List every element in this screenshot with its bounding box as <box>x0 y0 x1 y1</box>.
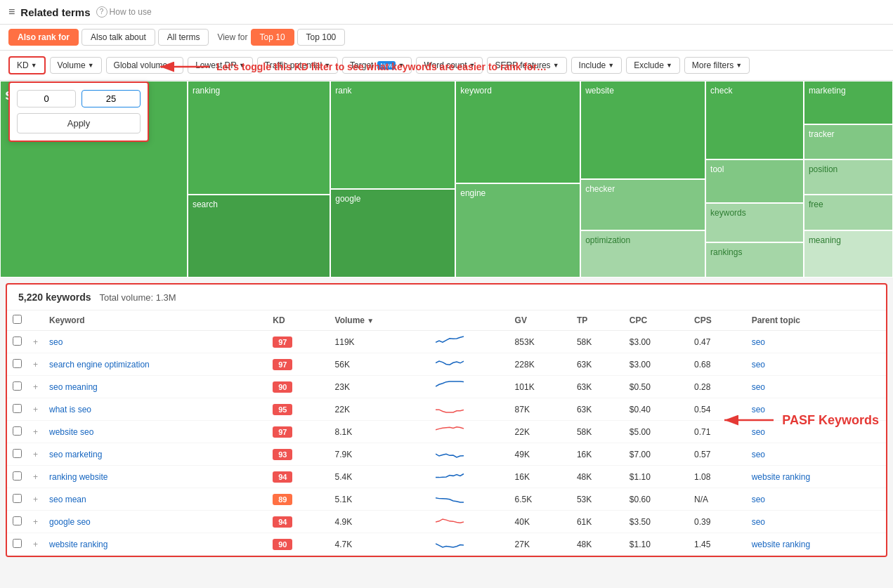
keyword-link[interactable]: seo meaning <box>49 382 98 392</box>
col-tp[interactable]: TP <box>571 311 624 331</box>
row-checkbox-cell[interactable] <box>7 443 27 466</box>
col-cpc[interactable]: CPC <box>624 311 689 331</box>
treemap-cell-position[interactable]: position <box>804 159 893 195</box>
keyword-link[interactable]: website seo <box>49 427 93 437</box>
parent-topic-link[interactable]: seo <box>752 382 765 392</box>
treemap-cell-free[interactable]: free <box>804 195 893 230</box>
row-checkbox-cell[interactable] <box>7 466 27 488</box>
filter-serp-features[interactable]: SERP features ▼ <box>487 57 566 74</box>
parent-topic-link[interactable]: seo <box>752 427 765 437</box>
filter-more[interactable]: More filters ▼ <box>684 57 750 74</box>
row-checkbox-cell[interactable] <box>7 376 27 398</box>
treemap-cell-keyword[interactable]: keyword <box>455 81 580 183</box>
col-volume[interactable]: Volume ▼ <box>330 311 431 331</box>
tab-also-rank-for[interactable]: Also rank for <box>8 29 79 46</box>
filter-global-volume[interactable]: Global volume ▼ <box>106 57 184 74</box>
row-checkbox-cell[interactable] <box>7 533 27 556</box>
row-plus-cell[interactable]: + <box>27 488 44 511</box>
tab-top100[interactable]: Top 100 <box>297 29 346 46</box>
row-plus-cell[interactable]: + <box>27 331 44 353</box>
treemap-cell-rank[interactable]: rank <box>330 81 455 189</box>
col-parent-topic[interactable]: Parent topic <box>746 311 886 331</box>
keyword-link[interactable]: seo mean <box>49 495 86 504</box>
treemap-cell-keywords[interactable]: keywords <box>705 203 804 242</box>
kd-min-input[interactable]: 0 <box>17 90 76 107</box>
row-checkbox[interactable] <box>13 516 22 525</box>
keyword-link[interactable]: seo <box>49 337 63 347</box>
treemap-cell-rankings[interactable]: rankings <box>705 242 804 277</box>
row-checkbox-cell[interactable] <box>7 331 27 353</box>
tab-top10[interactable]: Top 10 <box>251 29 294 46</box>
row-checkbox-cell[interactable] <box>7 488 27 511</box>
row-plus-cell[interactable]: + <box>27 511 44 533</box>
parent-topic-link[interactable]: website ranking <box>752 472 810 482</box>
col-cps[interactable]: CPS <box>689 311 746 331</box>
treemap-cell-checker[interactable]: checker <box>580 179 705 230</box>
parent-topic-link[interactable]: seo <box>752 360 765 370</box>
row-plus-cell[interactable]: + <box>27 533 44 556</box>
keyword-link[interactable]: google seo <box>49 517 91 527</box>
apply-button[interactable]: Apply <box>17 113 141 133</box>
row-plus-cell[interactable]: + <box>27 421 44 443</box>
tab-also-talk-about[interactable]: Also talk about <box>82 29 155 46</box>
treemap-cell-website[interactable]: website <box>580 81 705 179</box>
treemap-cell-tracker[interactable]: tracker <box>804 124 893 159</box>
how-to-use-link[interactable]: How to use <box>96 6 152 18</box>
parent-topic-link[interactable]: seo <box>752 517 765 527</box>
parent-topic-link[interactable]: seo <box>752 495 765 504</box>
col-keyword[interactable]: Keyword <box>44 311 267 331</box>
row-checkbox-cell[interactable] <box>7 353 27 376</box>
row-plus-cell[interactable]: + <box>27 398 44 421</box>
filter-traffic-potential[interactable]: Traffic potential ▼ <box>257 57 338 74</box>
row-plus-cell[interactable]: + <box>27 466 44 488</box>
treemap-cell-optimization[interactable]: optimization <box>580 230 705 277</box>
row-checkbox-cell[interactable] <box>7 421 27 443</box>
col-kd[interactable]: KD <box>267 311 329 331</box>
filter-include[interactable]: Include ▼ <box>571 57 623 74</box>
row-checkbox[interactable] <box>13 404 22 413</box>
row-checkbox[interactable] <box>13 359 22 368</box>
treemap-cell-check[interactable]: check <box>705 81 804 159</box>
treemap-cell-meaning[interactable]: meaning <box>804 230 893 277</box>
filter-volume[interactable]: Volume ▼ <box>50 57 102 74</box>
parent-topic-link[interactable]: website ranking <box>752 540 810 549</box>
row-checkbox[interactable] <box>13 426 22 436</box>
row-plus-cell[interactable]: + <box>27 376 44 398</box>
hamburger-icon[interactable]: ≡ <box>8 6 15 18</box>
filter-lowest-dr[interactable]: Lowest DR ▼ <box>188 57 253 74</box>
row-checkbox[interactable] <box>13 494 22 503</box>
row-checkbox[interactable] <box>13 381 22 391</box>
row-checkbox-cell[interactable] <box>7 398 27 421</box>
keyword-link[interactable]: what is seo <box>49 405 91 414</box>
filter-exclude[interactable]: Exclude ▼ <box>626 57 680 74</box>
treemap-cell-tool[interactable]: tool <box>705 159 804 203</box>
row-kd-cell: 90 <box>267 376 329 398</box>
col-gv[interactable]: GV <box>509 311 571 331</box>
keyword-link[interactable]: seo marketing <box>49 450 102 459</box>
col-checkbox[interactable] <box>7 311 27 331</box>
treemap-cell-marketing[interactable]: marketing <box>804 81 893 124</box>
treemap-cell-search[interactable]: search <box>188 195 330 277</box>
row-checkbox[interactable] <box>13 449 22 458</box>
parent-topic-link[interactable]: seo <box>752 337 765 347</box>
select-all-checkbox[interactable] <box>13 315 22 324</box>
row-checkbox-cell[interactable] <box>7 511 27 533</box>
row-checkbox[interactable] <box>13 337 22 346</box>
treemap-cell-google[interactable]: google <box>330 189 455 277</box>
parent-topic-link[interactable]: seo <box>752 450 765 459</box>
tab-all-terms[interactable]: All terms <box>158 29 209 46</box>
filter-kd[interactable]: KD ▼ <box>8 56 46 74</box>
parent-topic-link[interactable]: seo <box>752 405 765 414</box>
row-checkbox[interactable] <box>13 539 22 548</box>
keyword-link[interactable]: website ranking <box>49 540 107 549</box>
keyword-link[interactable]: search engine optimization <box>49 360 150 370</box>
row-plus-cell[interactable]: + <box>27 353 44 376</box>
filter-word-count[interactable]: Word count ▼ <box>416 57 483 74</box>
treemap-cell-engine[interactable]: engine <box>455 183 580 277</box>
treemap-cell-ranking[interactable]: ranking <box>188 81 330 195</box>
row-plus-cell[interactable]: + <box>27 443 44 466</box>
filter-target[interactable]: Target New ▼ <box>342 57 412 74</box>
kd-max-input[interactable]: 25 <box>82 90 141 107</box>
keyword-link[interactable]: ranking website <box>49 472 107 482</box>
row-checkbox[interactable] <box>13 471 22 481</box>
